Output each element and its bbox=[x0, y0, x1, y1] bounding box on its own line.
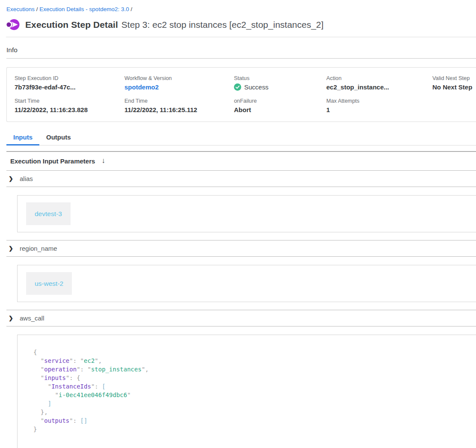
info-field: StatusSuccess bbox=[234, 75, 326, 91]
info-grid: Step Execution ID7b73f93e-edaf-47c...Wor… bbox=[7, 68, 476, 122]
code-line: "service": "ec2", bbox=[33, 356, 476, 365]
param-content-region_name: us-west-2 bbox=[6, 257, 476, 310]
page-subtitle: Step 3: ec2 stop instances [ec2_stop_ins… bbox=[121, 20, 324, 30]
field-label: Valid Next Step bbox=[432, 75, 476, 81]
success-check-icon bbox=[234, 83, 241, 91]
breadcrumb-link[interactable]: Executions bbox=[6, 6, 35, 12]
workflow-link[interactable]: spotdemo2 bbox=[124, 83, 159, 91]
breadcrumb-link[interactable]: Execution Details - spotdemo2: 3.0 bbox=[39, 6, 129, 12]
field-label: onFailure bbox=[234, 98, 326, 104]
breadcrumb: Executions / Execution Details - spotdem… bbox=[0, 0, 476, 12]
code-line: }, bbox=[33, 408, 476, 416]
param-name: aws_call bbox=[20, 314, 44, 322]
json-viewer: { "service": "ec2", "operation": "stop_i… bbox=[17, 335, 476, 448]
parameters-header: Execution Input Parameters ↓ bbox=[6, 151, 476, 171]
field-value: 7b73f93e-edaf-47c... bbox=[15, 83, 124, 91]
param-value-chip: us-west-2 bbox=[26, 272, 72, 295]
breadcrumb-separator: / bbox=[35, 6, 39, 12]
tab-bar: InputsOutputs bbox=[6, 131, 476, 145]
code-line: ] bbox=[33, 399, 476, 408]
code-line: "InstanceIds": [ bbox=[33, 382, 476, 391]
field-value: No Next Step bbox=[432, 83, 476, 91]
param-toggle-aws_call[interactable]: ❯aws_call bbox=[6, 310, 476, 326]
code-line: } bbox=[33, 425, 476, 433]
page-title-row: Execution Step Detail Step 3: ec2 stop i… bbox=[6, 18, 476, 31]
code-line: "operation": "stop_instances", bbox=[33, 365, 476, 374]
parameters-heading: Execution Input Parameters bbox=[10, 157, 95, 165]
param-section-aws_call: ❯aws_call{ "service": "ec2", "operation"… bbox=[6, 310, 476, 448]
field-label: Step Execution ID bbox=[15, 75, 124, 81]
info-card: Step Execution ID7b73f93e-edaf-47c...Wor… bbox=[6, 67, 476, 122]
field-label: Status bbox=[234, 75, 326, 81]
parameters-panel: Execution Input Parameters ↓ ❯aliasdevte… bbox=[6, 151, 476, 448]
field-value: ec2_stop_instance... bbox=[326, 83, 432, 91]
app-logo-icon bbox=[6, 18, 20, 31]
info-field: Max Attempts1 bbox=[326, 98, 432, 113]
param-value-box: devtest-3 bbox=[17, 195, 476, 232]
tab-outputs[interactable]: Outputs bbox=[39, 131, 78, 145]
field-label: Max Attempts bbox=[326, 98, 432, 104]
field-label: End Time bbox=[124, 98, 234, 104]
info-field: Actionec2_stop_instance... bbox=[326, 75, 432, 91]
param-toggle-region_name[interactable]: ❯region_name bbox=[6, 240, 476, 257]
tab-inputs[interactable]: Inputs bbox=[6, 131, 39, 145]
param-section-alias: ❯aliasdevtest-3 bbox=[6, 171, 476, 240]
info-field: Step Execution ID7b73f93e-edaf-47c... bbox=[15, 75, 124, 91]
info-field: Workflow & Versionspotdemo2 bbox=[124, 75, 234, 91]
info-field: onFailureAbort bbox=[234, 98, 326, 113]
code-line: "i-0ec41ee046f49dbc6" bbox=[33, 391, 476, 399]
field-label: Workflow & Version bbox=[124, 75, 234, 81]
breadcrumb-separator: / bbox=[129, 6, 133, 12]
chevron-right-icon: ❯ bbox=[9, 245, 13, 252]
status-text: Success bbox=[244, 83, 269, 91]
info-field: End Time11/22/2022, 11:16:25.112 bbox=[124, 98, 234, 113]
param-section-region_name: ❯region_nameus-west-2 bbox=[6, 240, 476, 310]
code-line: { bbox=[33, 348, 476, 356]
chevron-right-icon: ❯ bbox=[9, 315, 13, 321]
field-value: Abort bbox=[234, 106, 326, 113]
param-content-aws_call: { "service": "ec2", "operation": "stop_i… bbox=[6, 326, 476, 448]
status-badge: Success bbox=[234, 83, 326, 91]
page-title: Execution Step Detail bbox=[25, 20, 118, 30]
param-value-chip: devtest-3 bbox=[26, 202, 71, 225]
field-value: 11/22/2022, 11:16:25.112 bbox=[124, 106, 234, 113]
code-line: "inputs": { bbox=[33, 374, 476, 382]
param-name: alias bbox=[20, 175, 33, 182]
param-content-alias: devtest-3 bbox=[6, 187, 476, 240]
info-section-heading: Info bbox=[6, 37, 476, 59]
param-toggle-alias[interactable]: ❯alias bbox=[6, 171, 476, 187]
field-value: 11/22/2022, 11:16:23.828 bbox=[15, 106, 124, 113]
field-value: spotdemo2 bbox=[124, 83, 234, 91]
param-name: region_name bbox=[20, 245, 57, 252]
code-line: "outputs": [] bbox=[33, 416, 476, 425]
info-field: Start Time11/22/2022, 11:16:23.828 bbox=[15, 98, 124, 113]
chevron-right-icon: ❯ bbox=[9, 175, 13, 182]
sort-down-icon[interactable]: ↓ bbox=[101, 157, 105, 165]
field-value: 1 bbox=[326, 106, 432, 113]
param-value-box: us-west-2 bbox=[17, 265, 476, 302]
info-field: Valid Next StepNo Next Step bbox=[432, 75, 476, 91]
field-label: Start Time bbox=[15, 98, 124, 104]
field-label: Action bbox=[326, 75, 432, 81]
